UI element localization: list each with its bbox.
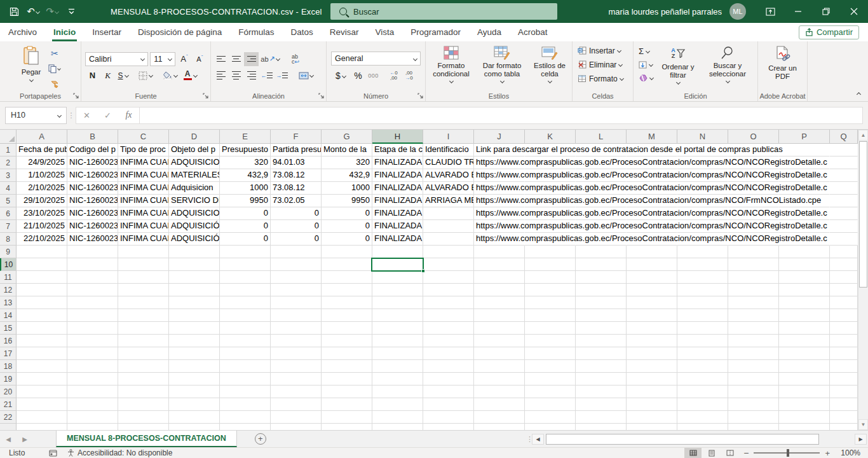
cell-C8[interactable]: INFIMA CUAN: [118, 233, 169, 246]
row-header-9[interactable]: 9: [0, 246, 17, 258]
cell-G5[interactable]: 9950: [322, 195, 372, 207]
cell-F1[interactable]: Partida presu: [271, 144, 322, 156]
cell-H14[interactable]: [372, 309, 423, 322]
insert-cells-button[interactable]: Insertar: [576, 44, 629, 57]
zoom-in-icon[interactable]: +: [825, 448, 830, 458]
currency-icon[interactable]: $: [331, 69, 350, 83]
cell-H3[interactable]: FINALIZADA: [372, 169, 423, 182]
cell-Q1[interactable]: [830, 144, 858, 156]
row-header-12[interactable]: 12: [0, 284, 17, 296]
cell-K22[interactable]: [525, 411, 576, 424]
undo-button[interactable]: ↶: [24, 3, 42, 20]
row-header-21[interactable]: 21: [0, 398, 17, 411]
cell-C20[interactable]: [118, 385, 169, 398]
paste-button[interactable]: Pegar: [19, 44, 44, 91]
cell-D1[interactable]: Objeto del p: [169, 144, 220, 156]
cell-M19[interactable]: [627, 373, 677, 385]
cell-K13[interactable]: [525, 296, 576, 309]
column-header-M[interactable]: M: [627, 130, 677, 144]
cell-H16[interactable]: [372, 335, 423, 347]
scroll-up-icon[interactable]: ▲: [858, 130, 868, 141]
cell-P19[interactable]: [779, 373, 830, 385]
cell-C2[interactable]: INFIMA CUAN: [118, 156, 169, 169]
cell-D18[interactable]: [169, 360, 220, 373]
font-size-combo[interactable]: 11: [150, 52, 175, 66]
cell-A3[interactable]: 1/10/2025: [17, 169, 67, 182]
cell-K23[interactable]: [525, 424, 576, 430]
horizontal-scroll-thumb[interactable]: [546, 434, 819, 445]
cell-I1[interactable]: Identificacio: [423, 144, 474, 156]
column-header-I[interactable]: I: [423, 130, 474, 144]
cell-I18[interactable]: [423, 360, 474, 373]
cell-C6[interactable]: INFIMA CUAN: [118, 207, 169, 220]
cell-C16[interactable]: [118, 335, 169, 347]
fill-icon[interactable]: [637, 59, 654, 71]
zoom-slider-handle[interactable]: [787, 449, 789, 457]
formula-input[interactable]: [140, 107, 863, 124]
cell-J3[interactable]: https://www.compraspublicas.gob.ec/Proce…: [474, 169, 525, 182]
cell-E8[interactable]: 0: [220, 233, 271, 246]
cell-Q21[interactable]: [830, 398, 858, 411]
cell-L12[interactable]: [576, 284, 627, 296]
cell-E17[interactable]: [220, 347, 271, 360]
cell-G4[interactable]: 1000: [322, 182, 372, 195]
cell-L16[interactable]: [576, 335, 627, 347]
cell-J11[interactable]: [474, 271, 525, 284]
row-header-15[interactable]: 15: [0, 322, 17, 335]
cell-Q13[interactable]: [830, 296, 858, 309]
cell-A8[interactable]: 22/10/2025: [17, 233, 67, 246]
cell-A23[interactable]: [17, 424, 67, 430]
cell-K19[interactable]: [525, 373, 576, 385]
cell-N19[interactable]: [677, 373, 728, 385]
cell-D5[interactable]: SERVICIO DE: [169, 195, 220, 207]
cell-J12[interactable]: [474, 284, 525, 296]
cell-I12[interactable]: [423, 284, 474, 296]
cell-J23[interactable]: [474, 424, 525, 430]
cell-J16[interactable]: [474, 335, 525, 347]
align-top-icon[interactable]: [214, 52, 228, 66]
scroll-down-icon[interactable]: ▼: [858, 419, 868, 430]
borders-icon[interactable]: [136, 69, 155, 83]
copy-icon[interactable]: [47, 62, 62, 76]
cell-P23[interactable]: [779, 424, 830, 430]
cell-G12[interactable]: [322, 284, 372, 296]
cell-P22[interactable]: [779, 411, 830, 424]
cell-B7[interactable]: NIC-1260023: [67, 220, 118, 233]
cell-P1[interactable]: [779, 144, 830, 156]
view-page-layout-icon[interactable]: [703, 448, 720, 458]
cell-B13[interactable]: [67, 296, 118, 309]
align-right-icon[interactable]: [244, 69, 259, 83]
cell-C12[interactable]: [118, 284, 169, 296]
find-select-button[interactable]: Buscar y seleccionar: [702, 44, 754, 90]
cell-C19[interactable]: [118, 373, 169, 385]
cell-I3[interactable]: ALVARADO E: [423, 169, 474, 182]
cell-Q16[interactable]: [830, 335, 858, 347]
align-left-icon[interactable]: [214, 69, 228, 83]
cell-I8[interactable]: [423, 233, 474, 246]
cancel-icon[interactable]: ✕: [76, 108, 97, 123]
cell-D23[interactable]: [169, 424, 220, 430]
cell-E12[interactable]: [220, 284, 271, 296]
cell-E3[interactable]: 432,9: [220, 169, 271, 182]
cell-Q18[interactable]: [830, 360, 858, 373]
cell-I20[interactable]: [423, 385, 474, 398]
column-header-N[interactable]: N: [677, 130, 728, 144]
cell-Q20[interactable]: [830, 385, 858, 398]
cell-K12[interactable]: [525, 284, 576, 296]
cell-C5[interactable]: INFIMA CUAN: [118, 195, 169, 207]
cell-G23[interactable]: [322, 424, 372, 430]
cell-C21[interactable]: [118, 398, 169, 411]
column-header-A[interactable]: A: [17, 130, 67, 144]
cell-G15[interactable]: [322, 322, 372, 335]
cell-C1[interactable]: Tipo de proc: [118, 144, 169, 156]
cell-F10[interactable]: [271, 258, 322, 271]
cell-N18[interactable]: [677, 360, 728, 373]
cell-Q2[interactable]: [830, 156, 858, 169]
cell-F20[interactable]: [271, 385, 322, 398]
cell-F18[interactable]: [271, 360, 322, 373]
cell-A17[interactable]: [17, 347, 67, 360]
cell-F2[interactable]: 94.01.03: [271, 156, 322, 169]
cell-O18[interactable]: [728, 360, 779, 373]
cell-I17[interactable]: [423, 347, 474, 360]
cell-H8[interactable]: FINALIZADA: [372, 233, 423, 246]
